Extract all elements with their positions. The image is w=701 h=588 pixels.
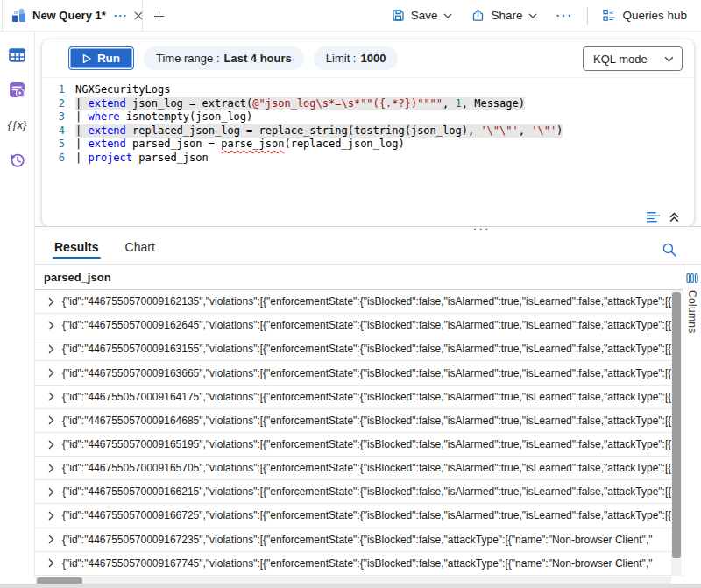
expand-row-icon[interactable] xyxy=(48,321,54,330)
code-line[interactable]: 3| where isnotempty(json_log) xyxy=(42,110,694,124)
vertical-scrollbar[interactable] xyxy=(671,290,682,576)
row-json-text: {"id":"4467550570009163665","violations"… xyxy=(62,367,671,379)
expand-row-icon[interactable] xyxy=(48,558,54,568)
fx-icon: {ƒx} xyxy=(8,119,27,131)
line-number: 2 xyxy=(42,97,65,111)
row-json-text: {"id":"4467550570009167745","violations"… xyxy=(62,557,671,570)
chevron-down-icon xyxy=(528,13,537,18)
queries-hub-button[interactable]: Queries hub xyxy=(593,0,697,31)
query-play-icon xyxy=(9,81,25,98)
results-pane: ResultsChart parsed_json {"id":"44675505… xyxy=(35,227,701,577)
editor-corner-controls xyxy=(646,211,680,223)
grid-column-header[interactable]: parsed_json xyxy=(35,265,701,290)
tab-close-icon[interactable] xyxy=(134,9,143,23)
chevron-down-icon xyxy=(664,56,674,62)
collapse-editor-icon[interactable] xyxy=(669,211,680,223)
tab-overflow-menu[interactable]: ··· xyxy=(114,9,128,22)
table-row[interactable]: {"id":"4467550570009162135","violations"… xyxy=(35,290,671,314)
expand-row-icon[interactable] xyxy=(48,297,54,307)
results-tab-results[interactable]: Results xyxy=(53,240,101,264)
code-line[interactable]: 6| project parsed_json xyxy=(42,152,694,166)
table-row[interactable]: {"id":"4467550570009166725","violations"… xyxy=(35,504,671,528)
play-icon xyxy=(82,53,91,64)
history-clock-icon xyxy=(9,152,25,168)
table-row[interactable]: {"id":"4467550570009166215","violations"… xyxy=(35,480,671,504)
table-row[interactable]: {"id":"4467550570009163665","violations"… xyxy=(35,361,671,385)
code-line[interactable]: 4| extend replaced_json_log = replace_st… xyxy=(42,124,694,138)
expand-row-icon[interactable] xyxy=(48,368,54,378)
save-button[interactable]: Save xyxy=(382,0,463,31)
search-results-button[interactable] xyxy=(662,242,677,258)
code-text: | extend json_log = extract(@"json_log\s… xyxy=(75,97,525,111)
row-json-text: {"id":"4467550570009162645","violations"… xyxy=(62,319,671,331)
table-row[interactable]: {"id":"4467550570009167745","violations"… xyxy=(35,552,671,576)
more-actions-button[interactable]: ··· xyxy=(547,9,582,23)
row-json-text: {"id":"4467550570009166725","violations"… xyxy=(62,509,671,521)
code-line[interactable]: 2| extend json_log = extract(@"json_log\… xyxy=(42,97,694,111)
vertical-scrollbar-thumb[interactable] xyxy=(672,292,681,558)
pane-splitter[interactable] xyxy=(35,226,701,227)
code-text: | extend replaced_json_log = replace_str… xyxy=(75,124,563,138)
code-line[interactable]: 1NGXSecurityLogs xyxy=(42,83,694,97)
results-tabs: ResultsChart xyxy=(35,227,701,264)
query-mode-select[interactable]: KQL mode xyxy=(583,46,683,71)
columns-icon xyxy=(686,273,698,284)
code-text: | where isnotempty(json_log) xyxy=(75,110,252,124)
table-row[interactable]: {"id":"4467550570009164175","violations"… xyxy=(35,386,671,409)
sidebar-item-saved-queries[interactable] xyxy=(9,81,26,98)
line-number: 6 xyxy=(42,152,65,166)
code-text: NGXSecurityLogs xyxy=(75,83,170,97)
new-tab-button[interactable] xyxy=(149,6,168,25)
save-icon xyxy=(392,9,405,22)
share-button[interactable]: Share xyxy=(462,0,547,31)
table-row[interactable]: {"id":"4467550570009164685","violations"… xyxy=(35,409,671,433)
time-range-picker[interactable]: Time range : Last 4 hours xyxy=(144,46,304,70)
table-row[interactable]: {"id":"4467550570009162645","violations"… xyxy=(35,314,671,337)
query-tab[interactable]: New Query 1* ··· xyxy=(2,0,143,31)
run-button[interactable]: Run xyxy=(68,46,134,70)
limit-picker[interactable]: Limit : 1000 xyxy=(314,46,399,70)
expand-row-icon[interactable] xyxy=(48,511,54,521)
column-header-label: parsed_json xyxy=(44,271,111,284)
row-json-text: {"id":"4467550570009166215","violations"… xyxy=(62,485,671,498)
search-icon xyxy=(662,242,677,258)
expand-row-icon[interactable] xyxy=(48,487,54,497)
sidebar-item-functions[interactable]: {ƒx} xyxy=(9,117,26,133)
line-number: 3 xyxy=(42,110,65,124)
table-row[interactable]: {"id":"4467550570009163155","violations"… xyxy=(35,337,671,361)
code-editor[interactable]: 1NGXSecurityLogs2| extend json_log = ext… xyxy=(42,78,694,165)
results-tab-chart[interactable]: Chart xyxy=(124,240,157,264)
tab-bar: New Query 1* ··· Save xyxy=(0,0,701,32)
expand-row-icon[interactable] xyxy=(48,344,54,354)
adx-app-icon xyxy=(11,8,26,23)
expand-row-icon[interactable] xyxy=(48,440,54,450)
table-row[interactable]: {"id":"4467550570009167235","violations"… xyxy=(35,528,671,552)
code-text: | project parsed_json xyxy=(75,152,209,166)
columns-panel-label: Columns xyxy=(686,290,698,333)
save-label: Save xyxy=(411,9,438,22)
format-lines-icon[interactable] xyxy=(646,211,661,223)
sidebar-item-connections[interactable] xyxy=(9,46,26,63)
row-json-text: {"id":"4467550570009162135","violations"… xyxy=(62,295,671,308)
sidebar-item-history[interactable] xyxy=(9,152,26,168)
row-json-text: {"id":"4467550570009163155","violations"… xyxy=(62,343,671,355)
row-json-text: {"id":"4467550570009167235","violations"… xyxy=(62,534,671,546)
time-range-label: Time range : xyxy=(156,52,220,65)
share-icon xyxy=(471,9,485,22)
table-row[interactable]: {"id":"4467550570009165705","violations"… xyxy=(35,457,671,480)
expand-row-icon[interactable] xyxy=(48,464,54,473)
table-row[interactable]: {"id":"4467550570009165195","violations"… xyxy=(35,433,671,457)
columns-panel-toggle[interactable]: Columns xyxy=(683,265,701,577)
expand-row-icon[interactable] xyxy=(48,392,54,401)
code-text: | extend parsed_json = parse_json(replac… xyxy=(75,138,405,152)
tab-title: New Query 1* xyxy=(32,9,106,22)
share-label: Share xyxy=(491,9,522,22)
query-mode-value: KQL mode xyxy=(593,53,648,66)
expand-row-icon[interactable] xyxy=(48,535,54,544)
expand-row-icon[interactable] xyxy=(48,415,54,425)
code-line[interactable]: 5| extend parsed_json = parse_json(repla… xyxy=(42,138,694,152)
query-editor-card: Run Time range : Last 4 hours Limit : 10… xyxy=(42,39,694,226)
results-header: ResultsChart xyxy=(35,227,701,265)
limit-label: Limit : xyxy=(326,52,357,65)
splitter-drag-handle[interactable]: ··· xyxy=(473,225,491,234)
